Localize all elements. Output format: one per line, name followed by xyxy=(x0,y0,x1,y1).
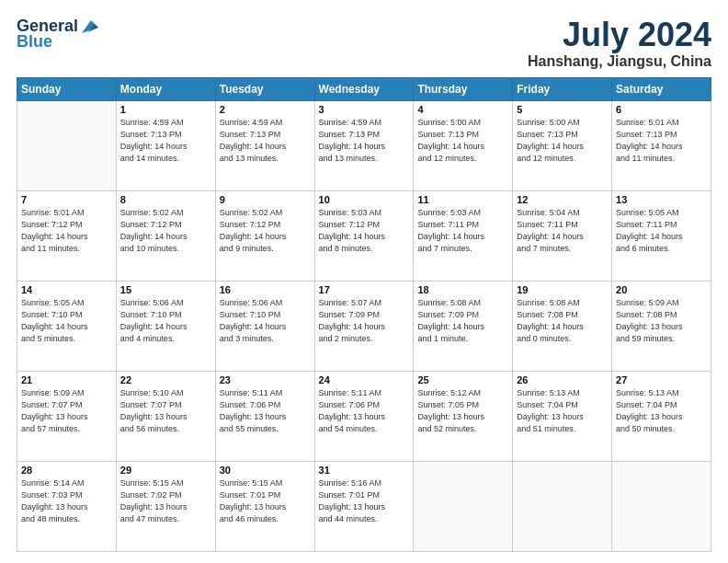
day-number: 1 xyxy=(120,104,211,115)
weekday-header: Wednesday xyxy=(314,77,414,100)
day-info: Sunrise: 5:04 AM Sunset: 7:11 PM Dayligh… xyxy=(517,207,608,255)
day-info: Sunrise: 5:10 AM Sunset: 7:07 PM Dayligh… xyxy=(120,387,211,435)
calendar-cell xyxy=(414,461,513,551)
day-number: 31 xyxy=(319,465,410,476)
day-number: 28 xyxy=(21,465,112,476)
day-info: Sunrise: 5:06 AM Sunset: 7:10 PM Dayligh… xyxy=(120,297,211,345)
day-info: Sunrise: 5:03 AM Sunset: 7:11 PM Dayligh… xyxy=(417,207,508,255)
calendar-cell: 12Sunrise: 5:04 AM Sunset: 7:11 PM Dayli… xyxy=(513,190,612,281)
weekday-header: Thursday xyxy=(414,77,513,100)
day-info: Sunrise: 5:14 AM Sunset: 7:03 PM Dayligh… xyxy=(21,477,112,525)
day-number: 3 xyxy=(319,104,410,115)
calendar-cell: 23Sunrise: 5:11 AM Sunset: 7:06 PM Dayli… xyxy=(215,371,314,461)
calendar-cell: 5Sunrise: 5:00 AM Sunset: 7:13 PM Daylig… xyxy=(513,100,612,190)
day-number: 17 xyxy=(319,284,410,295)
day-number: 25 xyxy=(417,374,508,385)
day-info: Sunrise: 5:11 AM Sunset: 7:06 PM Dayligh… xyxy=(319,387,410,435)
month-title: July 2024 xyxy=(528,17,711,53)
day-number: 11 xyxy=(417,194,508,205)
logo-icon xyxy=(78,18,98,35)
calendar-cell: 20Sunrise: 5:09 AM Sunset: 7:08 PM Dayli… xyxy=(612,281,711,371)
day-number: 13 xyxy=(616,194,707,205)
day-number: 19 xyxy=(517,284,608,295)
calendar-cell: 27Sunrise: 5:13 AM Sunset: 7:04 PM Dayli… xyxy=(612,371,711,461)
calendar-cell: 7Sunrise: 5:01 AM Sunset: 7:12 PM Daylig… xyxy=(17,190,117,281)
calendar-week-row: 28Sunrise: 5:14 AM Sunset: 7:03 PM Dayli… xyxy=(17,461,711,551)
calendar-cell: 31Sunrise: 5:16 AM Sunset: 7:01 PM Dayli… xyxy=(314,461,414,551)
day-number: 21 xyxy=(21,374,112,385)
logo-blue-text: Blue xyxy=(17,32,52,52)
day-info: Sunrise: 5:09 AM Sunset: 7:07 PM Dayligh… xyxy=(21,387,112,435)
weekday-header-row: SundayMondayTuesdayWednesdayThursdayFrid… xyxy=(17,77,711,100)
calendar-cell: 22Sunrise: 5:10 AM Sunset: 7:07 PM Dayli… xyxy=(116,371,215,461)
calendar-cell: 25Sunrise: 5:12 AM Sunset: 7:05 PM Dayli… xyxy=(414,371,513,461)
calendar-cell: 8Sunrise: 5:02 AM Sunset: 7:12 PM Daylig… xyxy=(116,190,215,281)
calendar-cell: 1Sunrise: 4:59 AM Sunset: 7:13 PM Daylig… xyxy=(116,100,215,190)
calendar-week-row: 7Sunrise: 5:01 AM Sunset: 7:12 PM Daylig… xyxy=(17,190,711,281)
day-number: 14 xyxy=(21,284,112,295)
calendar-cell: 11Sunrise: 5:03 AM Sunset: 7:11 PM Dayli… xyxy=(414,190,513,281)
calendar-cell: 16Sunrise: 5:06 AM Sunset: 7:10 PM Dayli… xyxy=(215,281,314,371)
day-info: Sunrise: 5:12 AM Sunset: 7:05 PM Dayligh… xyxy=(417,387,508,435)
day-info: Sunrise: 4:59 AM Sunset: 7:13 PM Dayligh… xyxy=(319,117,410,165)
calendar-week-row: 14Sunrise: 5:05 AM Sunset: 7:10 PM Dayli… xyxy=(17,281,711,371)
calendar-table: SundayMondayTuesdayWednesdayThursdayFrid… xyxy=(17,77,711,552)
day-number: 16 xyxy=(220,284,311,295)
calendar-cell xyxy=(612,461,711,551)
location: Hanshang, Jiangsu, China xyxy=(528,53,711,70)
day-number: 27 xyxy=(616,374,707,385)
day-number: 24 xyxy=(319,374,410,385)
header: General Blue July 2024 Hanshang, Jiangsu… xyxy=(17,17,711,70)
calendar-cell: 4Sunrise: 5:00 AM Sunset: 7:13 PM Daylig… xyxy=(414,100,513,190)
day-number: 20 xyxy=(616,284,707,295)
calendar-cell: 24Sunrise: 5:11 AM Sunset: 7:06 PM Dayli… xyxy=(314,371,414,461)
calendar-cell: 2Sunrise: 4:59 AM Sunset: 7:13 PM Daylig… xyxy=(215,100,314,190)
day-info: Sunrise: 5:03 AM Sunset: 7:12 PM Dayligh… xyxy=(319,207,410,255)
day-info: Sunrise: 5:13 AM Sunset: 7:04 PM Dayligh… xyxy=(616,387,707,435)
day-number: 5 xyxy=(517,104,608,115)
calendar-cell xyxy=(17,100,117,190)
calendar-cell: 6Sunrise: 5:01 AM Sunset: 7:13 PM Daylig… xyxy=(612,100,711,190)
title-block: July 2024 Hanshang, Jiangsu, China xyxy=(528,17,711,70)
day-info: Sunrise: 5:01 AM Sunset: 7:13 PM Dayligh… xyxy=(616,117,707,165)
day-info: Sunrise: 5:08 AM Sunset: 7:08 PM Dayligh… xyxy=(517,297,608,345)
day-number: 6 xyxy=(616,104,707,115)
day-info: Sunrise: 5:08 AM Sunset: 7:09 PM Dayligh… xyxy=(417,297,508,345)
day-info: Sunrise: 5:13 AM Sunset: 7:04 PM Dayligh… xyxy=(517,387,608,435)
day-number: 18 xyxy=(417,284,508,295)
calendar-cell: 15Sunrise: 5:06 AM Sunset: 7:10 PM Dayli… xyxy=(116,281,215,371)
calendar-cell: 30Sunrise: 5:15 AM Sunset: 7:01 PM Dayli… xyxy=(215,461,314,551)
day-info: Sunrise: 5:01 AM Sunset: 7:12 PM Dayligh… xyxy=(21,207,112,255)
calendar-cell: 17Sunrise: 5:07 AM Sunset: 7:09 PM Dayli… xyxy=(314,281,414,371)
day-info: Sunrise: 5:07 AM Sunset: 7:09 PM Dayligh… xyxy=(319,297,410,345)
page: General Blue July 2024 Hanshang, Jiangsu… xyxy=(0,0,728,563)
day-info: Sunrise: 4:59 AM Sunset: 7:13 PM Dayligh… xyxy=(220,117,311,165)
day-info: Sunrise: 5:02 AM Sunset: 7:12 PM Dayligh… xyxy=(220,207,311,255)
calendar-cell: 19Sunrise: 5:08 AM Sunset: 7:08 PM Dayli… xyxy=(513,281,612,371)
day-number: 7 xyxy=(21,194,112,205)
day-info: Sunrise: 5:05 AM Sunset: 7:11 PM Dayligh… xyxy=(616,207,707,255)
calendar-week-row: 1Sunrise: 4:59 AM Sunset: 7:13 PM Daylig… xyxy=(17,100,711,190)
day-number: 29 xyxy=(120,465,211,476)
calendar-cell xyxy=(513,461,612,551)
day-info: Sunrise: 4:59 AM Sunset: 7:13 PM Dayligh… xyxy=(120,117,211,165)
calendar-cell: 13Sunrise: 5:05 AM Sunset: 7:11 PM Dayli… xyxy=(612,190,711,281)
day-info: Sunrise: 5:15 AM Sunset: 7:02 PM Dayligh… xyxy=(120,477,211,525)
calendar-cell: 28Sunrise: 5:14 AM Sunset: 7:03 PM Dayli… xyxy=(17,461,117,551)
calendar-cell: 9Sunrise: 5:02 AM Sunset: 7:12 PM Daylig… xyxy=(215,190,314,281)
weekday-header: Tuesday xyxy=(215,77,314,100)
calendar-week-row: 21Sunrise: 5:09 AM Sunset: 7:07 PM Dayli… xyxy=(17,371,711,461)
calendar-cell: 14Sunrise: 5:05 AM Sunset: 7:10 PM Dayli… xyxy=(17,281,117,371)
day-info: Sunrise: 5:15 AM Sunset: 7:01 PM Dayligh… xyxy=(220,477,311,525)
day-number: 30 xyxy=(220,465,311,476)
day-number: 22 xyxy=(120,374,211,385)
day-info: Sunrise: 5:00 AM Sunset: 7:13 PM Dayligh… xyxy=(517,117,608,165)
day-number: 4 xyxy=(417,104,508,115)
calendar-cell: 21Sunrise: 5:09 AM Sunset: 7:07 PM Dayli… xyxy=(17,371,117,461)
day-info: Sunrise: 5:09 AM Sunset: 7:08 PM Dayligh… xyxy=(616,297,707,345)
weekday-header: Monday xyxy=(116,77,215,100)
calendar-cell: 10Sunrise: 5:03 AM Sunset: 7:12 PM Dayli… xyxy=(314,190,414,281)
day-number: 26 xyxy=(517,374,608,385)
logo: General Blue xyxy=(17,17,98,52)
calendar-body: 1Sunrise: 4:59 AM Sunset: 7:13 PM Daylig… xyxy=(17,100,711,551)
